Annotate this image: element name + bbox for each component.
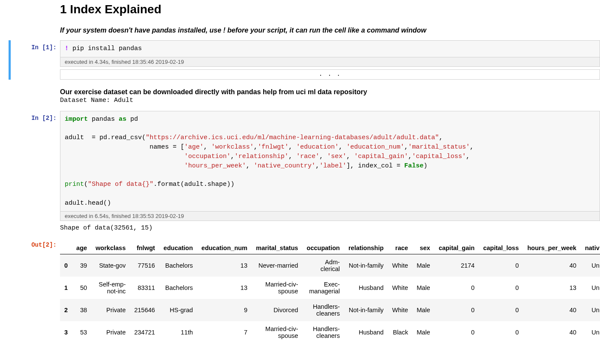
table-cell: 40 <box>523 321 580 343</box>
table-cell: 38 <box>72 299 91 321</box>
table-cell: Never-married <box>252 254 302 277</box>
code-t: , <box>346 153 354 160</box>
str-col: 'workclass' <box>211 143 254 151</box>
str-col: 'relationship' <box>234 153 288 160</box>
code-cell-2[interactable]: In [2]: import pandas as pd adult = pd.r… <box>9 111 600 234</box>
table-row: 039State-gov77516Bachelors13Never-marrie… <box>60 254 600 277</box>
str-col: 'capital_gain' <box>354 153 408 160</box>
str-col: 'marital_status' <box>408 143 470 151</box>
table-cell: 40 <box>523 254 580 277</box>
table-cell: 234721 <box>130 321 159 343</box>
section-heading: 1 Index Explained <box>60 3 600 16</box>
code-cell-1[interactable]: In [1]: ! pip install pandas executed in… <box>9 40 600 80</box>
output-cell-2: Out[2]: ageworkclassfnlwgteducationeduca… <box>9 238 600 343</box>
code-t: , <box>315 162 319 170</box>
table-cell: 2174 <box>435 254 479 277</box>
exec-info-1: executed in 4.34s, finished 18:35:46 201… <box>60 57 600 67</box>
code-t: pandas <box>88 116 119 123</box>
column-header: hours_per_week <box>523 242 580 254</box>
table-cell: 53 <box>72 321 91 343</box>
table-cell: Male <box>412 321 434 343</box>
table-cell: Not-in-family <box>344 254 388 277</box>
table-row: 238Private215646HS-grad9DivorcedHandlers… <box>60 299 600 321</box>
str-col: 'label' <box>319 162 346 170</box>
code-t: , <box>288 143 296 151</box>
table-cell: Black <box>388 321 412 343</box>
code-t: , <box>466 153 470 160</box>
code-t: .format(adult.shape)) <box>153 181 234 188</box>
row-index: 3 <box>60 321 72 343</box>
table-cell: 83311 <box>130 277 159 299</box>
column-header: occupation <box>303 242 344 254</box>
row-index: 0 <box>60 254 72 277</box>
table-cell: Male <box>412 254 434 277</box>
table-cell: 0 <box>479 277 523 299</box>
code-input-2[interactable]: import pandas as pd adult = pd.read_csv(… <box>60 111 600 212</box>
table-cell: Married-civ-spouse <box>252 321 302 343</box>
table-cell: Private <box>91 299 130 321</box>
code-t: ( <box>84 181 88 188</box>
builtin-print: print <box>65 181 84 188</box>
table-cell: Male <box>412 277 434 299</box>
code-t <box>65 153 184 160</box>
str-col: 'age' <box>184 143 204 151</box>
code-t: names = [ <box>65 143 184 151</box>
table-cell: 50 <box>72 277 91 299</box>
column-header: fnlwgt <box>130 242 159 254</box>
table-cell: HS-grad <box>159 299 197 321</box>
input-prompt-2: In [2]: <box>11 111 60 122</box>
table-row: 150Self-emp-not-inc83311Bachelors13Marri… <box>60 277 600 299</box>
table-row: 353Private23472111th7Married-civ-spouseH… <box>60 321 600 343</box>
dataset-note: Our exercise dataset can be downloaded d… <box>60 88 600 96</box>
collapsed-output-toggle[interactable]: . . . <box>60 69 600 80</box>
table-cell: State-gov <box>91 254 130 277</box>
dataset-name: Dataset Name: Adult <box>60 97 600 104</box>
code-t: , <box>439 134 443 141</box>
code-t: , <box>231 153 234 160</box>
notebook-container: 1 Index Explained If your system doesn't… <box>0 3 600 343</box>
kw-as: as <box>119 116 126 123</box>
table-cell: Male <box>412 299 434 321</box>
table-cell: Husband <box>344 321 388 343</box>
table-cell: Bachelors <box>159 254 197 277</box>
column-header: capital_gain <box>435 242 479 254</box>
str-fmt: "Shape of data{}" <box>88 181 153 188</box>
code-t: , <box>319 153 327 160</box>
column-header: workclass <box>91 242 130 254</box>
cell-body-1: ! pip install pandas executed in 4.34s, … <box>60 40 600 80</box>
column-header: marital_status <box>252 242 302 254</box>
column-header: age <box>72 242 91 254</box>
table-cell: 13 <box>197 277 252 299</box>
exec-info-2: executed in 6.54s, finished 18:35:53 201… <box>60 212 600 221</box>
kw-import: import <box>65 116 88 123</box>
code-t: adult.head() <box>65 200 111 207</box>
code-t: , <box>204 143 211 151</box>
code-t: ], index_col = <box>346 162 404 170</box>
code-t: ) <box>423 162 427 170</box>
column-header: race <box>388 242 412 254</box>
column-header: relationship <box>344 242 388 254</box>
str-col: 'occupation' <box>184 153 231 160</box>
table-header-row: ageworkclassfnlwgteducationeducation_num… <box>60 242 600 254</box>
table-cell: 0 <box>435 299 479 321</box>
code-t: , <box>408 153 412 160</box>
str-col: 'race' <box>296 153 319 160</box>
str-col: 'capital_loss' <box>412 153 466 160</box>
code-t: , <box>246 162 254 170</box>
cell-body-2: import pandas as pd adult = pd.read_csv(… <box>60 111 600 234</box>
table-cell: Handlers-cleaners <box>303 321 344 343</box>
table-cell: Un <box>581 254 600 277</box>
table-cell: 0 <box>479 321 523 343</box>
table-cell: 7 <box>197 321 252 343</box>
column-header: nativ <box>581 242 600 254</box>
output-prompt-2: Out[2]: <box>11 238 60 248</box>
index-header <box>60 242 72 254</box>
table-cell: 0 <box>479 254 523 277</box>
code-input-1[interactable]: ! pip install pandas <box>60 40 600 57</box>
table-cell: Un <box>581 277 600 299</box>
table-cell: Husband <box>344 277 388 299</box>
stdout-2: Shape of data(32561, 15) <box>60 221 600 233</box>
table-cell: Self-emp-not-inc <box>91 277 130 299</box>
str-col: 'native_country' <box>254 162 315 170</box>
table-cell: 0 <box>479 299 523 321</box>
